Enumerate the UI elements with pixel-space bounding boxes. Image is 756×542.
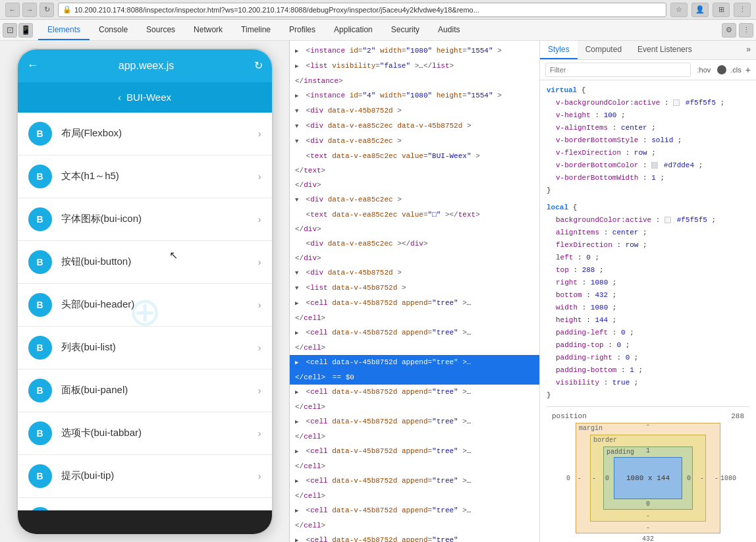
dom-line[interactable]: ▼ <div data-v-45b8752d > [290, 103, 539, 119]
dom-line-selected-close[interactable]: </cell> == $0 [290, 370, 539, 385]
refresh-button[interactable]: ↻ [40, 3, 54, 17]
device-toolbar-icon[interactable]: 📱 [18, 23, 33, 38]
css-prop-line[interactable]: v-borderBottomColor : #d7dde4 ; [547, 159, 749, 172]
css-prop-line[interactable]: v-backgroundColor:active : #f5f5f5 ; [547, 97, 749, 109]
inspect-element-icon[interactable]: ⊡ [3, 23, 17, 38]
tab-styles[interactable]: Styles [540, 41, 578, 59]
dom-line[interactable]: </div> [290, 222, 539, 236]
css-prop-line[interactable]: padding-top : 0 ; [547, 339, 749, 352]
dom-line[interactable]: <div data-v-ea85c2ec ></div> [290, 236, 539, 251]
dom-line[interactable]: ▶ <cell data-v-45b8752d append="tree" >… [290, 325, 539, 340]
css-prop-line[interactable]: bottom : 432 ; [547, 289, 749, 302]
css-prop-line[interactable]: height : 144 ; [547, 314, 749, 327]
tab-console[interactable]: Console [90, 20, 137, 40]
dom-line[interactable]: ▼ <div data-v-ea85c2ec data-v-45b8752d > [290, 119, 539, 134]
tab-security[interactable]: Security [382, 20, 429, 40]
styles-filter-input[interactable] [545, 63, 691, 77]
dom-line[interactable]: <text data-v-ea85c2ec value="BUI-Weex" > [290, 149, 539, 163]
add-style-button[interactable]: + [745, 65, 751, 75]
dom-line[interactable]: </instance> [290, 74, 539, 88]
address-bar[interactable]: 🔒 10.200.210.174:8088/inspector/inspecto… [58, 3, 666, 17]
dom-line[interactable]: ▶ <instance id="4" width="1080" height="… [290, 88, 539, 103]
css-prop-line[interactable]: width : 1080 ; [547, 302, 749, 314]
tab-sources[interactable]: Sources [137, 20, 184, 40]
list-item[interactable]: B 列表(bui-list) › [18, 327, 272, 369]
dom-line[interactable]: ▶ <cell data-v-45b8752d append="tree" >… [290, 444, 539, 459]
css-prop-line[interactable]: v-borderBottomWidth : 1 ; [547, 172, 749, 184]
css-prop-line[interactable]: v-height : 100 ; [547, 109, 749, 122]
phone-content[interactable]: ⊕ B 布局(Flexbox) › B 文本(h1～h5) › B 字体图标 [18, 113, 272, 510]
forward-button[interactable]: → [22, 3, 37, 17]
list-item[interactable]: B 文本(h1～h5) › [18, 155, 272, 198]
tab-audits[interactable]: Audits [429, 20, 469, 40]
list-item[interactable]: B 按钮(bui-button) › ↖ [18, 241, 272, 284]
dom-line[interactable]: </cell> [290, 489, 539, 503]
list-item[interactable]: B 提示(bui-tip) › [18, 455, 272, 498]
dom-line[interactable]: </cell> [290, 340, 539, 355]
menu-button[interactable]: ⋮ [734, 3, 751, 17]
tab-application[interactable]: Application [325, 20, 382, 40]
css-prop-line[interactable]: right : 1080 ; [547, 277, 749, 289]
css-prop-line[interactable]: v-borderBottomStyle : solid ; [547, 134, 749, 147]
extensions-icon[interactable]: ⊞ [713, 3, 730, 17]
dom-line[interactable]: ▼ <div data-v-ea85c2ec > [290, 192, 539, 207]
dom-line[interactable]: ▶ <cell data-v-45b8752d append="tree" >… [290, 296, 539, 311]
dom-line[interactable]: ▶ <list visibility="false" >…</list> [290, 59, 539, 74]
list-item[interactable]: B 面板(bui-panel) › [18, 369, 272, 412]
dom-line[interactable]: ▶ <cell data-v-45b8752d append="tree" >… [290, 474, 539, 489]
list-item[interactable]: B 头部(bui-header) › [18, 284, 272, 327]
dom-line[interactable]: ▼ <div data-v-45b8752d > [290, 265, 539, 281]
css-prop-line[interactable]: left : 0 ; [547, 252, 749, 264]
hov-button[interactable]: :hov [695, 65, 714, 75]
profile-icon[interactable]: 👤 [691, 3, 709, 17]
cls-button[interactable]: .cls [730, 66, 742, 74]
list-item[interactable]: B 选项卡(bui-tabbar) › [18, 412, 272, 455]
dom-line[interactable]: ▶ <cell data-v-45b8752d append="tree" >… [290, 385, 539, 400]
css-prop-line[interactable]: visibility : true ; [547, 377, 749, 389]
css-prop-line[interactable]: padding-left : 0 ; [547, 327, 749, 339]
dom-line[interactable]: </text> [290, 163, 539, 178]
dom-line[interactable]: </cell> [290, 459, 539, 474]
css-prop-line[interactable]: padding-bottom : 1 ; [547, 364, 749, 377]
css-prop-line[interactable]: padding-right : 0 ; [547, 352, 749, 364]
css-prop-line[interactable]: alignItems : center ; [547, 227, 749, 239]
tab-profiles[interactable]: Profiles [280, 20, 325, 40]
dom-line[interactable]: <text data-v-ea85c2ec value="□" ></text> [290, 207, 539, 222]
color-dot[interactable] [717, 65, 726, 74]
dom-line[interactable]: ▼ <list data-v-45b8752d > [290, 281, 539, 296]
tab-elements[interactable]: Elements [38, 20, 90, 40]
css-rule-name-local: local [547, 203, 568, 211]
css-prop-line[interactable]: top : 288 ; [547, 264, 749, 277]
dom-line[interactable]: ▶ <cell data-v-45b8752d append="tree" >… [290, 414, 539, 429]
tab-computed[interactable]: Computed [578, 41, 630, 59]
dom-line[interactable]: ▶ <instance id="2" width="1080" height="… [290, 43, 539, 59]
dom-line-selected[interactable]: ▶ <cell data-v-45b8752d append="tree" >… [290, 355, 539, 370]
dom-line[interactable]: </div> [290, 178, 539, 192]
dom-line[interactable]: </cell> [290, 400, 539, 414]
tab-timeline[interactable]: Timeline [232, 20, 280, 40]
css-prop-line[interactable]: v-alignItems : center ; [547, 122, 749, 134]
dom-line[interactable]: </cell> [290, 429, 539, 444]
list-item[interactable]: B 图片(bui-image) › [18, 498, 272, 510]
dom-line[interactable]: </div> [290, 251, 539, 265]
tab-event-listeners[interactable]: Event Listeners [630, 41, 700, 59]
dom-line[interactable]: </cell> [290, 518, 539, 533]
css-prop-line[interactable]: flexDirection : row ; [547, 239, 749, 252]
list-item[interactable]: B 字体图标(bui-icon) › [18, 198, 272, 241]
dom-line[interactable]: </cell> [290, 311, 539, 325]
list-item-arrow: › [258, 171, 261, 182]
phone-back-button[interactable]: ← [27, 59, 39, 72]
back-button[interactable]: ← [5, 3, 20, 17]
css-prop-line[interactable]: backgroundColor:active : #f5f5f5 ; [547, 214, 749, 227]
dom-line[interactable]: ▶ <cell data-v-45b8752d append="tree" >… [290, 503, 539, 518]
dom-line[interactable]: ▼ <div data-v-ea85c2ec > [290, 134, 539, 149]
list-item[interactable]: B 布局(Flexbox) › [18, 113, 272, 155]
devtools-settings-icon[interactable]: ⚙ [722, 23, 736, 38]
styles-tabs-more[interactable]: » [741, 41, 756, 59]
tab-network[interactable]: Network [184, 20, 232, 40]
bookmark-button[interactable]: ☆ [670, 3, 688, 17]
devtools-more-icon[interactable]: ⋮ [739, 23, 753, 38]
dom-line[interactable]: ▶ <cell data-v-45b8752d append="tree" [290, 533, 539, 542]
phone-refresh-button[interactable]: ↻ [254, 59, 263, 72]
css-prop-line[interactable]: v-flexDirection : row ; [547, 147, 749, 159]
